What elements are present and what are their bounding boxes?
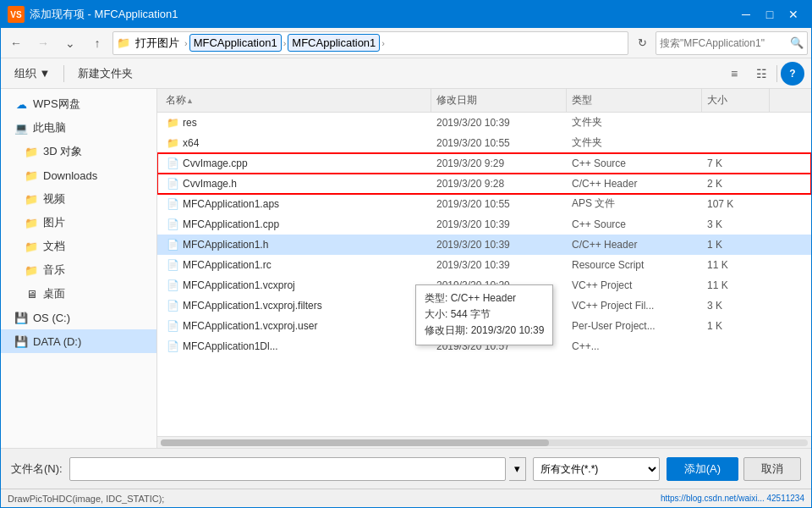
tooltip-size-value: 544 字节: [451, 308, 491, 320]
path-folder-icon: 📁: [117, 36, 130, 50]
folder-icon-docs: 📁: [25, 240, 38, 253]
sidebar-item-videos[interactable]: 📁 视频: [1, 187, 156, 211]
drive-icon-c: 💾: [14, 311, 28, 324]
sidebar: ☁ WPS网盘 💻 此电脑 📁 3D 对象 📁 Downloads 📁 视频 📁: [1, 89, 157, 448]
window-controls: ─ □ ✕: [735, 3, 804, 25]
hscroll-area: [157, 436, 811, 448]
col-header-name[interactable]: 名称 ▲: [161, 89, 431, 112]
forward-button[interactable]: →: [31, 31, 55, 55]
tooltip-size-row: 大小: 544 字节: [425, 306, 544, 323]
help-button[interactable]: ?: [781, 62, 804, 86]
vcxproj-filters-icon: 📄: [166, 299, 179, 312]
toolbar-right: ≡ ☷ ?: [722, 62, 804, 86]
back-button[interactable]: ←: [4, 31, 28, 55]
tooltip-type-label: 类型:: [425, 292, 447, 304]
folder-icon-x64: 📁: [166, 136, 179, 150]
h-icon-cvvimage: 📄: [166, 177, 179, 190]
status-bar: DrawPicToHDC(image, IDC_STATIC); https:/…: [1, 489, 811, 507]
file-row-aps[interactable]: 📄 MFCApplication1.aps 2019/3/20 10:55 AP…: [157, 194, 811, 214]
url-hint: https://blog.csdn.net/waixi... 42511234: [661, 494, 804, 503]
file-row-x64[interactable]: 📁 x64 2019/3/20 10:55 文件夹: [157, 133, 811, 153]
organize-button[interactable]: 组织 ▼: [8, 62, 57, 86]
cpp-icon-cvvimage: 📄: [166, 157, 179, 170]
add-button[interactable]: 添加(A): [667, 457, 738, 481]
rc-icon: 📄: [166, 258, 179, 272]
sidebar-item-3d[interactable]: 📁 3D 对象: [1, 140, 156, 163]
view-list-button[interactable]: ≡: [722, 62, 746, 86]
sort-icon: ▲: [186, 97, 194, 105]
cancel-button[interactable]: 取消: [743, 457, 801, 481]
folder-icon-pictures: 📁: [25, 216, 38, 229]
path-segment-openimage[interactable]: 打开图片: [132, 34, 183, 52]
sidebar-label-music: 音乐: [43, 262, 65, 278]
file-row-mfc-cpp[interactable]: 📄 MFCApplication1.cpp 2019/3/20 10:39 C+…: [157, 214, 811, 235]
sidebar-label-3d: 3D 对象: [43, 144, 82, 159]
sidebar-item-d-drive[interactable]: 💾 DATA (D:): [1, 329, 156, 353]
col-header-size[interactable]: 大小: [702, 89, 770, 112]
filetype-select[interactable]: 所有文件(*.*): [533, 457, 660, 481]
desktop-icon: 🖥: [25, 287, 38, 301]
folder-icon-music: 📁: [25, 263, 38, 277]
minimize-button[interactable]: ─: [735, 3, 757, 25]
sidebar-item-pictures[interactable]: 📁 图片: [1, 211, 156, 235]
tooltip-type-row: 类型: C/C++ Header: [425, 290, 544, 306]
file-tooltip: 类型: C/C++ Header 大小: 544 字节 修改日期: 2019/3…: [415, 284, 553, 345]
tooltip-type-value: C/C++ Header: [451, 292, 516, 304]
sidebar-item-c-drive[interactable]: 💾 OS (C:): [1, 306, 156, 329]
path-segment-mfcapp1[interactable]: MFCApplication1: [189, 34, 282, 52]
sidebar-label-docs: 文档: [43, 239, 65, 254]
sidebar-label-pc: 此电脑: [33, 120, 66, 135]
dialog-title: 添加现有项 - MFCApplication1: [30, 7, 735, 22]
tooltip-date-value: 2019/3/20 10:39: [471, 324, 545, 336]
tooltip-date-row: 修改日期: 2019/3/20 10:39: [425, 323, 544, 339]
file-row-res[interactable]: 📁 res 2019/3/20 10:39 文件夹: [157, 113, 811, 133]
cloud-icon: ☁: [14, 97, 28, 111]
app-icon: VS: [8, 6, 25, 23]
sidebar-item-wps[interactable]: ☁ WPS网盘: [1, 92, 156, 116]
sidebar-label-videos: 视频: [43, 191, 65, 207]
sidebar-item-downloads[interactable]: 📁 Downloads: [1, 163, 156, 187]
search-input[interactable]: [660, 37, 787, 49]
sidebar-item-pc[interactable]: 💻 此电脑: [1, 116, 156, 140]
sidebar-item-music[interactable]: 📁 音乐: [1, 258, 156, 282]
col-header-type[interactable]: 类型: [567, 89, 702, 112]
filetype-select-wrap: 所有文件(*.*): [533, 457, 660, 481]
up-button[interactable]: ↑: [85, 31, 109, 55]
filename-dropdown-arrow[interactable]: ▾: [509, 457, 526, 481]
sidebar-label-desktop: 桌面: [43, 286, 65, 301]
sidebar-label-d-drive: DATA (D:): [33, 335, 81, 348]
folder-icon-videos: 📁: [25, 192, 38, 206]
pc-icon: 💻: [14, 121, 28, 135]
file-row-mfc-h[interactable]: 📄 MFCApplication1.h 2019/3/20 10:39 C/C+…: [157, 235, 811, 255]
path-segment-mfcapp2[interactable]: MFCApplication1: [288, 34, 380, 52]
cpp-icon-mfc: 📄: [166, 218, 179, 231]
title-bar: VS 添加现有项 - MFCApplication1 ─ □ ✕: [1, 1, 811, 28]
file-row-cvvimage-h[interactable]: 📄 CvvImage.h 2019/3/20 9:28 C/C++ Header…: [157, 174, 811, 194]
sidebar-item-desktop[interactable]: 🖥 桌面: [1, 282, 156, 306]
sidebar-label-pictures: 图片: [43, 215, 65, 230]
address-path: 📁 打开图片 › MFCApplication1 › MFCApplicatio…: [112, 31, 628, 55]
file-area: 名称 ▲ 修改日期 类型 大小 📁 res 2019/3/20 10:39 文件…: [157, 89, 811, 448]
dialog-window: VS 添加现有项 - MFCApplication1 ─ □ ✕ ← → ⌄ ↑…: [0, 0, 812, 508]
filename-input[interactable]: [69, 457, 506, 481]
close-button[interactable]: ✕: [782, 3, 804, 25]
refresh-button[interactable]: ↻: [632, 33, 652, 53]
sidebar-label-downloads: Downloads: [43, 169, 97, 182]
folder-icon-downloads: 📁: [25, 168, 38, 182]
dropdown-button[interactable]: ⌄: [58, 31, 82, 55]
main-content: ☁ WPS网盘 💻 此电脑 📁 3D 对象 📁 Downloads 📁 视频 📁: [1, 89, 811, 448]
sidebar-item-docs[interactable]: 📁 文档: [1, 235, 156, 258]
aps-icon: 📄: [166, 197, 179, 211]
tooltip-size-label: 大小:: [425, 308, 447, 320]
view-tile-button[interactable]: ☷: [749, 62, 773, 86]
cpp-icon-dl: 📄: [166, 340, 179, 353]
toolbar: 组织 ▼ 新建文件夹 ≡ ☷ ?: [1, 58, 811, 89]
folder-icon-res: 📁: [166, 116, 179, 130]
bottom-bar: 文件名(N): ▾ 所有文件(*.*) 添加(A) 取消: [1, 448, 811, 489]
file-row-cvvimage-cpp[interactable]: 📄 CvvImage.cpp 2019/3/20 9:29 C++ Source…: [157, 153, 811, 174]
col-header-date[interactable]: 修改日期: [431, 89, 567, 112]
file-row-rc[interactable]: 📄 MFCApplication1.rc 2019/3/20 10:39 Res…: [157, 255, 811, 275]
folder-icon-3d: 📁: [25, 145, 38, 158]
maximize-button[interactable]: □: [759, 3, 781, 25]
new-folder-button[interactable]: 新建文件夹: [71, 62, 140, 86]
